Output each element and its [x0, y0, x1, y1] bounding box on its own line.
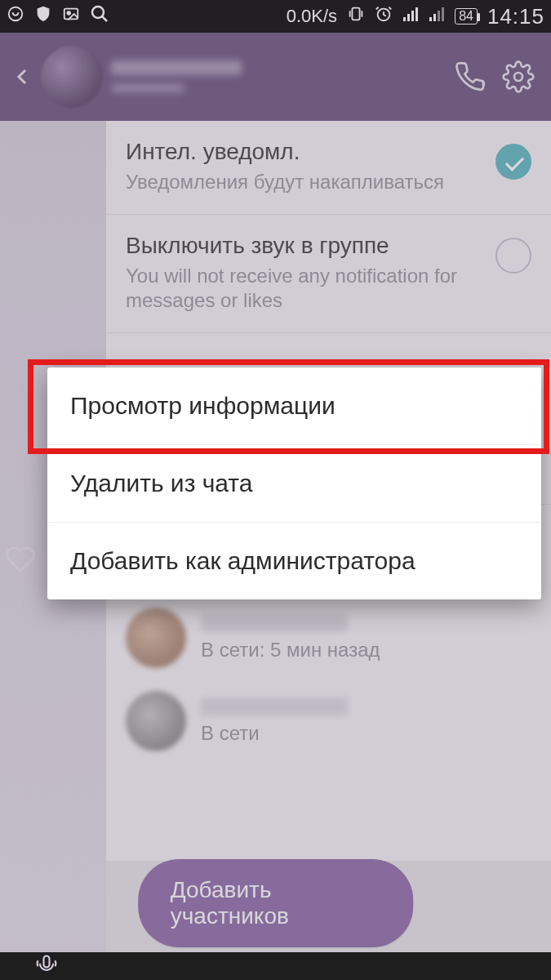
- context-menu: Просмотр информации Удалить из чата Доба…: [47, 368, 541, 599]
- menu-remove-from-chat[interactable]: Удалить из чата: [47, 444, 541, 522]
- voice-icon[interactable]: [33, 953, 60, 979]
- menu-add-as-admin[interactable]: Добавить как администратора: [47, 522, 541, 599]
- menu-view-info[interactable]: Просмотр информации: [47, 368, 541, 444]
- svg-rect-15: [44, 956, 50, 968]
- system-nav-bar: [0, 952, 551, 980]
